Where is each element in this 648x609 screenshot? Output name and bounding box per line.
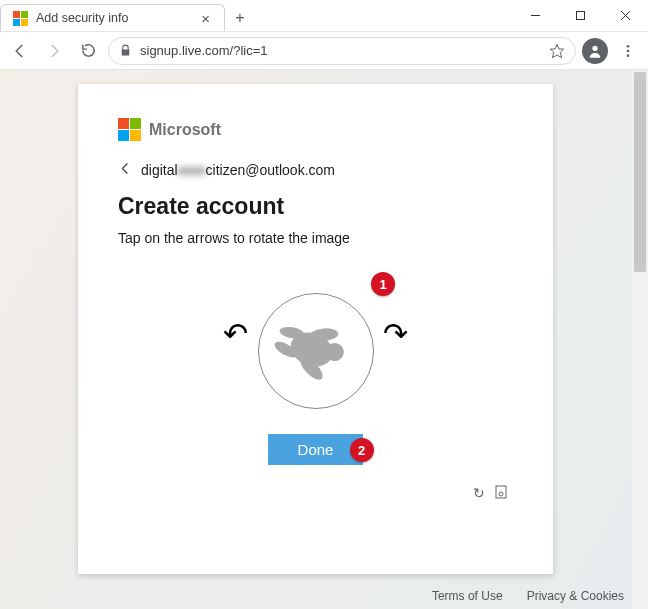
microsoft-favicon-icon xyxy=(13,11,28,26)
terms-link[interactable]: Terms of Use xyxy=(432,589,503,603)
svg-point-5 xyxy=(592,45,597,50)
new-tab-button[interactable]: + xyxy=(225,4,255,31)
email-part-1: digital xyxy=(141,162,178,178)
tab-title: Add security info xyxy=(36,11,189,25)
done-row: Done 2 xyxy=(118,434,513,465)
svg-rect-1 xyxy=(577,12,585,20)
reload-button[interactable] xyxy=(74,37,102,65)
captcha-controls: ↻ xyxy=(118,485,513,502)
forward-button[interactable] xyxy=(40,37,68,65)
email-part-2: citizen@outlook.com xyxy=(206,162,335,178)
annotation-callout-2: 2 xyxy=(350,438,374,462)
captcha-image xyxy=(258,293,374,409)
menu-button[interactable] xyxy=(614,37,642,65)
star-icon[interactable] xyxy=(549,43,565,59)
email-redacted: xxxx xyxy=(178,162,206,178)
close-tab-icon[interactable]: × xyxy=(197,10,214,27)
browser-toolbar: signup.live.com/?lic=1 xyxy=(0,32,648,70)
signup-card: Microsoft digitalxxxxcitizen@outlook.com… xyxy=(78,84,553,574)
annotation-callout-1: 1 xyxy=(371,272,395,296)
svg-point-8 xyxy=(627,54,630,57)
svg-point-6 xyxy=(627,45,630,48)
privacy-link[interactable]: Privacy & Cookies xyxy=(527,589,624,603)
page-heading: Create account xyxy=(118,193,513,220)
back-identity-button[interactable] xyxy=(118,161,133,179)
window-minimize-button[interactable] xyxy=(513,0,558,31)
back-button[interactable] xyxy=(6,37,34,65)
window-titlebar: Add security info × + xyxy=(0,0,648,32)
url-text: signup.live.com/?lic=1 xyxy=(140,43,541,58)
rotate-left-button[interactable]: ↶ xyxy=(223,316,248,351)
window-close-button[interactable] xyxy=(603,0,648,31)
captcha-animal-icon xyxy=(271,306,361,396)
lock-icon xyxy=(119,44,132,57)
vertical-scrollbar[interactable] xyxy=(632,70,648,609)
captcha-audio-icon[interactable] xyxy=(495,485,507,502)
legal-footer: Terms of Use Privacy & Cookies xyxy=(432,589,624,603)
svg-point-16 xyxy=(499,492,503,496)
window-maximize-button[interactable] xyxy=(558,0,603,31)
microsoft-logo-icon xyxy=(118,118,141,141)
svg-marker-4 xyxy=(550,44,563,57)
captcha-instruction: Tap on the arrows to rotate the image xyxy=(118,230,513,246)
browser-tab[interactable]: Add security info × xyxy=(0,4,225,31)
page-viewport: Microsoft digitalxxxxcitizen@outlook.com… xyxy=(0,70,648,609)
rotate-right-button[interactable]: ↷ xyxy=(383,316,408,351)
address-bar[interactable]: signup.live.com/?lic=1 xyxy=(108,37,576,65)
scrollbar-thumb[interactable] xyxy=(634,72,646,272)
identity-row: digitalxxxxcitizen@outlook.com xyxy=(118,161,513,179)
svg-point-7 xyxy=(627,49,630,52)
microsoft-logo: Microsoft xyxy=(118,118,513,141)
captcha-area: ↶ ↷ 1 xyxy=(118,276,513,426)
captcha-refresh-icon[interactable]: ↻ xyxy=(473,485,485,502)
microsoft-logo-text: Microsoft xyxy=(149,121,221,139)
profile-avatar[interactable] xyxy=(582,38,608,64)
